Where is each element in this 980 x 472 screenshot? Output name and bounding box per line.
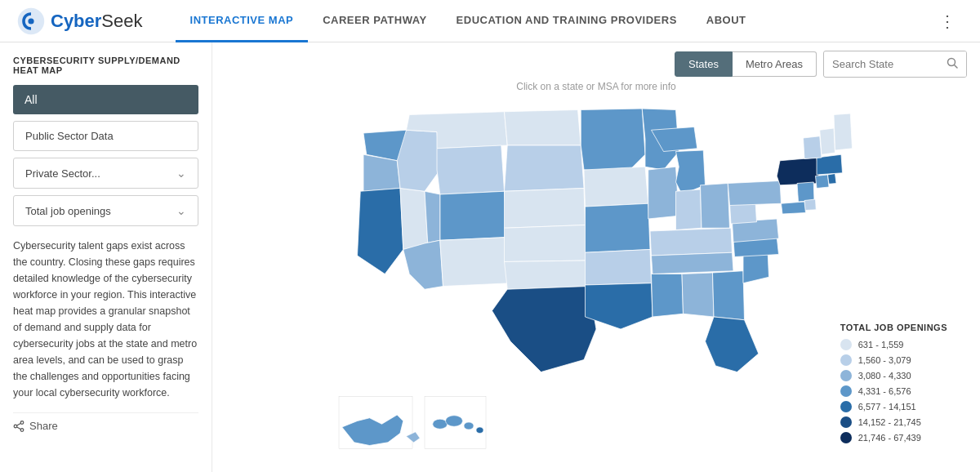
state-ak-aleutian <box>407 432 421 443</box>
filter-all-button[interactable]: All <box>13 85 198 114</box>
state-ny[interactable] <box>777 158 820 185</box>
us-map-svg[interactable] <box>302 96 890 464</box>
state-tx[interactable] <box>492 286 597 372</box>
legend-item-3: 3,080 - 4,330 <box>840 370 947 381</box>
share-button[interactable]: Share <box>13 412 198 432</box>
state-wy[interactable] <box>437 145 505 194</box>
sidebar-description: Cybersecurity talent gaps exist across t… <box>13 238 198 401</box>
svg-line-5 <box>17 423 21 425</box>
state-sd[interactable] <box>505 145 585 191</box>
logo[interactable]: CyberSeek <box>16 7 143 36</box>
filter-jobs-label: Total job openings <box>25 205 111 217</box>
legend-color-1 <box>840 339 852 350</box>
legend: TOTAL JOB OPENINGS 631 - 1,559 1,560 - 3… <box>829 314 959 456</box>
header: CyberSeek INTERACTIVE MAP CAREER PATHWAY… <box>0 0 980 42</box>
share-label: Share <box>29 420 58 432</box>
state-mn[interactable] <box>581 109 645 173</box>
state-ga[interactable] <box>713 270 745 319</box>
state-ms[interactable] <box>652 274 684 317</box>
state-hi-3[interactable] <box>464 422 474 430</box>
svg-point-3 <box>14 425 17 428</box>
state-ri[interactable] <box>828 173 837 184</box>
nav-education[interactable]: EDUCATION AND TRAINING PROVIDERS <box>442 0 692 42</box>
state-pa[interactable] <box>728 180 781 205</box>
chevron-down-icon: ⌄ <box>176 167 186 180</box>
states-toggle[interactable]: States <box>675 51 733 77</box>
state-hi-4[interactable] <box>476 427 483 434</box>
filter-public-button[interactable]: Public Sector Data <box>13 121 198 151</box>
logo-icon <box>16 7 46 36</box>
state-md[interactable] <box>782 202 806 214</box>
state-al[interactable] <box>682 273 714 317</box>
svg-line-8 <box>955 65 958 69</box>
state-ky[interactable] <box>650 228 733 256</box>
state-de[interactable] <box>804 199 816 211</box>
state-mo[interactable] <box>586 203 651 252</box>
sidebar-title: CYBERSECURITY SUPPLY/DEMAND HEAT MAP <box>13 56 198 75</box>
metro-toggle[interactable]: Metro Areas <box>733 51 817 77</box>
state-fl[interactable] <box>706 317 759 372</box>
state-or[interactable] <box>363 154 400 191</box>
main-nav: INTERACTIVE MAP CAREER PATHWAY EDUCATION… <box>176 0 964 42</box>
legend-label-6: 14,152 - 21,745 <box>858 417 921 427</box>
map-hint: Click on a state or MSA for more info <box>225 81 967 92</box>
state-nj[interactable] <box>797 182 814 202</box>
state-ks[interactable] <box>505 225 587 261</box>
filter-private-button[interactable]: Private Sector... ⌄ <box>13 158 198 189</box>
state-ct[interactable] <box>816 175 830 189</box>
state-ak[interactable] <box>342 415 403 446</box>
legend-color-6 <box>840 416 852 428</box>
legend-color-4 <box>840 385 852 397</box>
state-ne[interactable] <box>505 188 586 228</box>
state-az[interactable] <box>403 240 443 289</box>
state-in[interactable] <box>676 189 702 230</box>
nav-career-pathway[interactable]: CAREER PATHWAY <box>308 0 441 42</box>
state-co[interactable] <box>440 191 508 240</box>
state-tn[interactable] <box>652 252 734 274</box>
state-hi-1[interactable] <box>433 419 448 429</box>
logo-seek: Seek <box>101 11 142 31</box>
legend-color-7 <box>840 432 852 443</box>
legend-item-7: 21,746 - 67,439 <box>840 432 947 443</box>
map-container: TOTAL JOB OPENINGS 631 - 1,559 1,560 - 3… <box>225 96 967 464</box>
state-ar[interactable] <box>586 249 652 285</box>
state-oh[interactable] <box>701 183 730 228</box>
nav-interactive-map[interactable]: INTERACTIVE MAP <box>176 0 309 42</box>
chevron-down-icon-2: ⌄ <box>176 204 186 217</box>
state-ok[interactable] <box>505 260 590 289</box>
legend-label-4: 4,331 - 6,576 <box>858 386 911 396</box>
state-nh[interactable] <box>820 128 835 154</box>
legend-color-5 <box>840 401 852 412</box>
legend-item-6: 14,152 - 21,745 <box>840 416 947 428</box>
legend-label-2: 1,560 - 3,079 <box>858 355 911 365</box>
state-ca[interactable] <box>358 188 403 274</box>
legend-label-3: 3,080 - 4,330 <box>858 371 911 381</box>
logo-cyber: Cyber <box>51 11 101 31</box>
state-nd[interactable] <box>505 109 581 145</box>
state-nm[interactable] <box>440 237 510 286</box>
state-ia[interactable] <box>584 167 648 207</box>
legend-item-4: 4,331 - 6,576 <box>840 385 947 397</box>
filter-public-label: Public Sector Data <box>25 130 114 142</box>
svg-point-1 <box>28 18 33 24</box>
state-me[interactable] <box>834 114 853 150</box>
legend-label-7: 21,746 - 67,439 <box>858 433 921 443</box>
state-id[interactable] <box>397 130 440 191</box>
nav-more-icon[interactable]: ⋮ <box>931 11 964 31</box>
state-hi-2[interactable] <box>446 415 463 426</box>
state-vt[interactable] <box>804 136 822 158</box>
state-ut[interactable] <box>425 191 440 243</box>
legend-item-1: 631 - 1,559 <box>840 339 947 350</box>
state-nv[interactable] <box>400 188 428 249</box>
map-controls: States Metro Areas <box>225 51 967 78</box>
nav-about[interactable]: ABOUT <box>692 0 761 42</box>
legend-color-3 <box>840 370 852 381</box>
filter-private-label: Private Sector... <box>25 167 100 180</box>
legend-item-5: 6,577 - 14,151 <box>840 401 947 412</box>
search-state-button[interactable] <box>938 51 966 77</box>
filter-jobs-button[interactable]: Total job openings ⌄ <box>13 195 198 226</box>
state-il[interactable] <box>648 167 679 219</box>
search-state-container <box>823 51 967 78</box>
main-layout: CYBERSECURITY SUPPLY/DEMAND HEAT MAP All… <box>0 42 980 472</box>
search-state-input[interactable] <box>824 52 938 76</box>
